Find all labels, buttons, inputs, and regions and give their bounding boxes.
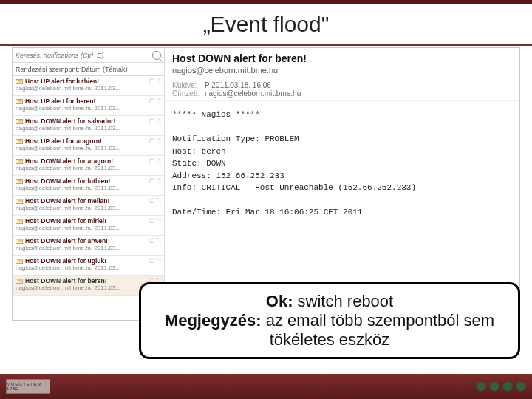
category-icon[interactable]: ♡ bbox=[157, 197, 162, 204]
envelope-icon bbox=[16, 239, 23, 244]
footer-icons bbox=[476, 381, 526, 392]
message-subject: Host DOWN alert for arwen! bbox=[16, 237, 161, 245]
envelope-icon bbox=[16, 259, 23, 264]
category-icon[interactable]: ♡ bbox=[157, 217, 162, 224]
footer-dot-icon bbox=[516, 381, 526, 392]
to-value: nagios@celeborn.mit.bme.hu bbox=[205, 89, 301, 98]
flag-icon[interactable]: ▢ bbox=[149, 217, 155, 224]
message-from: nagios@celeborn.mit.bme.hu 2011.03... bbox=[16, 225, 161, 231]
envelope-icon bbox=[16, 79, 23, 84]
message-subject: Host DOWN alert for miriel! bbox=[16, 217, 161, 225]
category-icon[interactable]: ♡ bbox=[157, 98, 162, 104]
search-input[interactable] bbox=[16, 52, 150, 59]
message-item[interactable]: Host DOWN alert for melian!nagios@celebo… bbox=[13, 196, 164, 216]
flag-icon[interactable]: ▢ bbox=[149, 157, 155, 164]
footer-dot-icon bbox=[476, 381, 486, 392]
flag-icon[interactable]: ▢ bbox=[149, 177, 155, 184]
callout-line-1: Ok: switch reboot bbox=[151, 292, 508, 311]
message-list-pane: Rendezési szempont: Dátum (Témák) Host U… bbox=[13, 48, 165, 320]
message-from: nagios@celeborn.mit.bme.hu 2011.03... bbox=[16, 165, 161, 171]
footer-dot-icon bbox=[502, 381, 513, 392]
category-icon[interactable]: ♡ bbox=[157, 237, 162, 244]
flag-icon[interactable]: ▢ bbox=[149, 78, 155, 84]
message-subject: Host DOWN alert for salvador! bbox=[16, 117, 161, 125]
flag-icon[interactable]: ▢ bbox=[149, 257, 155, 264]
message-subject: Host UP alert for beren! bbox=[16, 98, 161, 105]
message-item[interactable]: Host UP alert for beren!nagios@celeborn.… bbox=[13, 96, 164, 116]
flag-icon[interactable]: ▢ bbox=[149, 137, 155, 144]
message-from: nagios@celeborn.mit.bme.hu 2011.03... bbox=[16, 185, 161, 191]
message-from: nagios@celeborn.mit.bme.hu 2011.03... bbox=[16, 265, 161, 271]
preview-meta: Küldve:P 2011.03.18. 16:06 Címzett:nagio… bbox=[165, 78, 519, 101]
envelope-icon bbox=[16, 119, 23, 124]
message-subject: Host DOWN alert for ugluk! bbox=[16, 257, 161, 265]
message-item[interactable]: Host DOWN alert for aragorn!nagios@celeb… bbox=[13, 156, 164, 176]
slide-title: „Event flood" bbox=[203, 12, 330, 37]
category-icon[interactable]: ♡ bbox=[157, 257, 162, 264]
message-subject: Host DOWN alert for melian! bbox=[16, 197, 161, 205]
message-from: nagios@celeborn.mit.bme.hu 2011.03... bbox=[16, 205, 161, 211]
sent-value: P 2011.03.18. 16:06 bbox=[205, 81, 271, 89]
message-item[interactable]: Host UP alert for luthien!nagios@celebor… bbox=[13, 76, 164, 96]
preview-header: Host DOWN alert for beren! nagios@celebo… bbox=[165, 48, 519, 78]
message-item[interactable]: Host UP alert for aragorn!nagios@celebor… bbox=[13, 136, 164, 156]
callout-line-2: Megjegyzés: az email több szempontból se… bbox=[151, 311, 508, 349]
footer-bar: MŰEGYETEM 1782 bbox=[0, 374, 532, 399]
message-subject: Host UP alert for aragorn! bbox=[16, 137, 161, 145]
message-from: nagios@celeborn.mit.bme.hu 2011.03... bbox=[16, 85, 161, 92]
slide: „Event flood" Rendezési szempont: Dátum … bbox=[0, 0, 532, 399]
envelope-icon bbox=[16, 199, 23, 204]
envelope-icon bbox=[16, 139, 23, 144]
envelope-icon bbox=[16, 159, 23, 164]
university-logo: MŰEGYETEM 1782 bbox=[6, 379, 50, 394]
category-icon[interactable]: ♡ bbox=[157, 137, 162, 144]
category-icon[interactable]: ♡ bbox=[157, 157, 162, 164]
message-item[interactable]: Host DOWN alert for luthien!nagios@celeb… bbox=[13, 176, 164, 196]
envelope-icon bbox=[16, 279, 23, 284]
sort-bar[interactable]: Rendezési szempont: Dátum (Témák) bbox=[13, 63, 164, 76]
message-from: nagios@celeborn.mit.bme.hu 2011.03... bbox=[16, 245, 161, 251]
category-icon[interactable]: ♡ bbox=[157, 78, 162, 84]
envelope-icon bbox=[16, 219, 23, 224]
message-list: Host UP alert for luthien!nagios@celebor… bbox=[13, 76, 164, 320]
message-item[interactable]: Host DOWN alert for arwen!nagios@celebor… bbox=[13, 236, 164, 256]
message-item[interactable]: Host DOWN alert for miriel!nagios@celebo… bbox=[13, 216, 164, 236]
title-bar: „Event flood" bbox=[0, 4, 532, 46]
flag-icon[interactable]: ▢ bbox=[149, 237, 155, 244]
message-subject: Host UP alert for luthien! bbox=[16, 78, 161, 85]
reading-pane: Host DOWN alert for beren! nagios@celebo… bbox=[165, 48, 519, 320]
flag-icon[interactable]: ▢ bbox=[149, 197, 155, 204]
envelope-icon bbox=[16, 179, 23, 184]
preview-subject: Host DOWN alert for beren! bbox=[172, 52, 512, 64]
preview-from: nagios@celeborn.mit.bme.hu bbox=[172, 66, 512, 75]
to-label: Címzett: bbox=[172, 89, 205, 98]
search-row bbox=[13, 48, 164, 63]
message-item[interactable]: Host DOWN alert for ugluk!nagios@celebor… bbox=[13, 256, 164, 276]
search-icon[interactable] bbox=[152, 51, 161, 60]
email-client: Rendezési szempont: Dátum (Témák) Host U… bbox=[12, 47, 520, 321]
category-icon[interactable]: ♡ bbox=[157, 117, 162, 124]
sent-label: Küldve: bbox=[172, 81, 205, 89]
message-from: nagios@celeborn.mit.bme.hu 2011.03... bbox=[16, 145, 161, 151]
message-subject: Host DOWN alert for luthien! bbox=[16, 177, 161, 185]
preview-body: ***** Nagios ***** Notification Type: PR… bbox=[165, 101, 519, 226]
message-subject: Host DOWN alert for aragorn! bbox=[16, 157, 161, 165]
flag-icon[interactable]: ▢ bbox=[149, 117, 155, 124]
message-from: nagios@celeborn.mit.bme.hu 2011.03... bbox=[16, 105, 161, 112]
category-icon[interactable]: ♡ bbox=[157, 177, 162, 184]
annotation-callout: Ok: switch reboot Megjegyzés: az email t… bbox=[139, 282, 520, 359]
message-subject: Host DOWN alert for beren! bbox=[16, 277, 161, 284]
sort-label: Rendezési szempont: Dátum (Témák) bbox=[16, 66, 128, 73]
footer-dot-icon bbox=[489, 381, 499, 392]
message-item[interactable]: Host DOWN alert for salvador!nagios@cele… bbox=[13, 116, 164, 136]
envelope-icon bbox=[16, 99, 23, 104]
message-from: nagios@celeborn.mit.bme.hu 2011.03... bbox=[16, 125, 161, 132]
flag-icon[interactable]: ▢ bbox=[149, 98, 155, 104]
